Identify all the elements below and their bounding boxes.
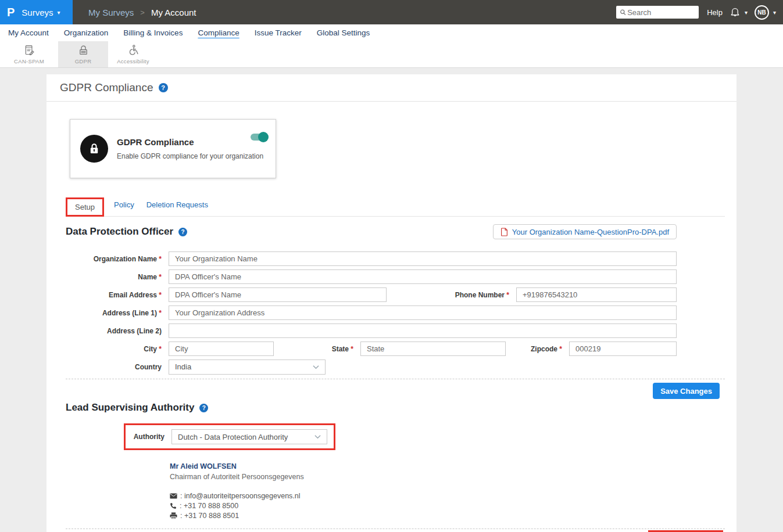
card-body: GDPR Compliance Enable GDPR compliance f… (117, 137, 263, 160)
lsa-section-header: Lead Supervising Authority ? (66, 402, 725, 414)
breadcrumb: My Surveys > My Account (88, 8, 196, 17)
tab-label: CAN-SPAM (14, 58, 44, 64)
gdpr-compliance-panel: GDPR Compliance ? GDPR Compliance Enable… (47, 74, 736, 532)
tab-accessibility[interactable]: Accessibility (108, 41, 158, 67)
search-input[interactable] (626, 8, 695, 17)
notifications-button[interactable]: ▾ (730, 6, 748, 18)
divider (66, 379, 725, 379)
top-bar: P Surveys ▾ My Surveys > My Account Help… (0, 0, 783, 24)
phone-icon (170, 502, 177, 509)
nav-compliance[interactable]: Compliance (198, 28, 239, 37)
toggle-knob (258, 132, 269, 142)
content: Setup Policy Deletion Requests Data Prot… (47, 197, 736, 532)
organization-name-label: Organization Name (66, 255, 162, 263)
authority-contact-card: Mr Aleid WOLFSEN Chairman of Autoriteit … (170, 462, 725, 520)
country-label: Country (66, 363, 162, 371)
authority-value: Dutch - Data Protection Authority (178, 433, 288, 441)
gdpr-toggle-card: GDPR Compliance Enable GDPR compliance f… (70, 119, 276, 178)
card-subtitle: Enable GDPR compliance for your organiza… (117, 152, 263, 160)
authority-label: Authority (132, 433, 165, 441)
zipcode-field[interactable] (569, 342, 677, 356)
state-field[interactable] (360, 342, 506, 356)
tab-gdpr[interactable]: GDPR (58, 41, 108, 67)
contact-role: Chairman of Autoriteit Persoonsgegevens (170, 473, 725, 481)
dpa-pdf-button[interactable]: Your Organization Name-QuestionPro-DPA.p… (493, 224, 677, 239)
tab-can-spam[interactable]: CAN-SPAM (0, 41, 58, 67)
nav-billing-invoices[interactable]: Billing & Invoices (123, 28, 183, 37)
chevron-down-icon: ▾ (58, 9, 60, 16)
breadcrumb-my-account: My Account (151, 8, 196, 17)
chevron-down-icon (314, 434, 321, 439)
email-field[interactable] (169, 287, 387, 302)
search-icon (620, 9, 626, 16)
tab-label: GDPR (75, 58, 92, 64)
nav-issue-tracker[interactable]: Issue Tracker (255, 28, 302, 37)
lock-icon (80, 135, 108, 163)
account-nav: My Account Organization Billing & Invoic… (0, 24, 783, 41)
name-field[interactable] (169, 269, 677, 284)
topbar-right: Help ▾ NB ▾ (616, 5, 783, 20)
address-line1-field[interactable] (169, 305, 677, 320)
accessibility-wheelchair-icon (127, 44, 140, 56)
app-switcher[interactable]: P Surveys ▾ (0, 0, 73, 24)
dpo-section-header: Data Protection Officer ? Your Organizat… (66, 224, 725, 239)
compliance-icon-tabs: CAN-SPAM GDPR Accessibility (0, 41, 783, 68)
city-field[interactable] (169, 342, 274, 356)
gdpr-enable-toggle[interactable] (251, 134, 267, 141)
organization-name-field[interactable] (169, 251, 677, 266)
dpo-save-row: Save Changes (66, 383, 725, 399)
tab-deletion-requests[interactable]: Deletion Requests (146, 200, 208, 214)
tab-setup[interactable]: Setup (66, 197, 104, 217)
help-icon[interactable]: ? (178, 228, 187, 236)
contact-details: : info@autoriteitpersoonsgegevens.nl : +… (170, 492, 725, 520)
search-box[interactable] (616, 6, 699, 19)
help-link[interactable]: Help (707, 8, 723, 17)
zipcode-label: Zipcode (516, 345, 562, 353)
divider (66, 529, 725, 529)
page-header: GDPR Compliance ? (47, 74, 736, 102)
breadcrumb-my-surveys[interactable]: My Surveys (88, 8, 134, 17)
contact-name: Mr Aleid WOLFSEN (170, 462, 725, 470)
questionpro-logo: P (7, 6, 15, 19)
chevron-down-icon: ▾ (773, 9, 776, 16)
contact-phone: : +31 70 888 8500 (180, 502, 238, 510)
help-icon[interactable]: ? (159, 83, 168, 92)
city-label: City (66, 345, 162, 353)
bell-icon (730, 6, 741, 18)
help-icon[interactable]: ? (199, 404, 208, 412)
address-line2-field[interactable] (169, 323, 677, 338)
phone-field[interactable] (516, 287, 677, 302)
nav-global-settings[interactable]: Global Settings (317, 28, 370, 37)
avatar: NB (755, 5, 769, 20)
app-menu-label: Surveys (22, 8, 53, 17)
contact-fax: : +31 70 888 8501 (180, 512, 239, 520)
gdpr-sub-tabs: Setup Policy Deletion Requests (66, 197, 725, 217)
account-menu[interactable]: NB ▾ (755, 5, 776, 20)
dpo-save-button[interactable]: Save Changes (653, 383, 720, 399)
country-select[interactable]: India (169, 360, 326, 375)
state-label: State (284, 345, 353, 353)
card-title: GDPR Compliance (117, 137, 263, 147)
tab-label: Accessibility (117, 58, 149, 64)
email-address-label: Email Address (66, 291, 162, 299)
country-value: India (175, 362, 191, 371)
envelope-icon (170, 493, 177, 499)
address-line2-label: Address (Line 2) (66, 327, 162, 335)
page-title: GDPR Compliance (60, 81, 153, 94)
tab-policy[interactable]: Policy (114, 200, 134, 214)
contact-email: : info@autoriteitpersoonsgegevens.nl (180, 492, 301, 500)
pdf-file-icon (500, 228, 508, 236)
gdpr-padlock-icon (77, 44, 90, 56)
name-label: Name (66, 273, 162, 281)
annotation-box-authority: Authority Dutch - Data Protection Author… (124, 423, 335, 450)
nav-my-account[interactable]: My Account (8, 28, 49, 37)
address-line1-label: Address (Line 1) (66, 309, 162, 317)
nav-organization[interactable]: Organization (64, 28, 109, 37)
dpo-form: Organization Name Name Email Address Pho… (66, 251, 677, 374)
chevron-down-icon (313, 365, 319, 369)
authority-select[interactable]: Dutch - Data Protection Authority (171, 429, 327, 444)
dpo-heading: Data Protection Officer (66, 226, 173, 238)
authority-row: Authority Dutch - Data Protection Author… (66, 423, 725, 450)
breadcrumb-separator-icon: > (140, 8, 145, 17)
chevron-down-icon: ▾ (745, 9, 748, 16)
